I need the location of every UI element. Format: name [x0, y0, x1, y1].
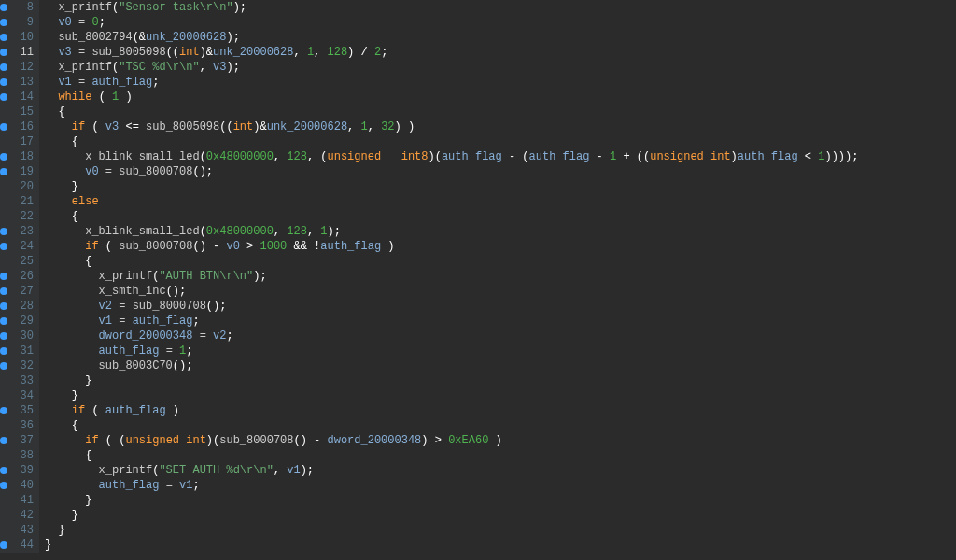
code-line[interactable]: v0 = 0;	[45, 15, 956, 30]
code-line[interactable]: auth_flag = v1;	[45, 478, 956, 493]
code-line[interactable]: x_blink_small_led(0x48000000, 128, 1);	[45, 224, 956, 239]
gutter-row[interactable]: 44	[0, 538, 39, 553]
gutter-row[interactable]: 39	[0, 463, 39, 478]
breakpoint-icon[interactable]	[0, 93, 7, 101]
gutter-row[interactable]: 30	[0, 329, 39, 343]
gutter-row[interactable]: 35	[0, 403, 39, 418]
gutter-row[interactable]: 26	[0, 269, 39, 284]
code-line[interactable]: while ( 1 )	[45, 90, 956, 105]
code-area[interactable]: x_printf("Sensor task\r\n"); v0 = 0; sub…	[39, 0, 956, 553]
breakpoint-icon[interactable]	[0, 302, 7, 310]
line-gutter[interactable]: 8910111213141516171819202122232425262728…	[0, 0, 39, 553]
breakpoint-icon[interactable]	[0, 287, 7, 295]
gutter-row[interactable]: 36	[0, 418, 39, 433]
breakpoint-icon[interactable]	[0, 467, 7, 474]
gutter-row[interactable]: 18	[0, 149, 39, 164]
code-line[interactable]: dword_20000348 = v2;	[45, 329, 956, 343]
code-line[interactable]: v3 = sub_8005098((int)&unk_20000628, 1, …	[45, 45, 956, 60]
gutter-row[interactable]: 27	[0, 284, 39, 299]
code-line[interactable]: if ( auth_flag )	[45, 403, 956, 418]
gutter-row[interactable]: 32	[0, 358, 39, 373]
code-line[interactable]: v1 = auth_flag;	[45, 314, 956, 329]
code-editor[interactable]: 8910111213141516171819202122232425262728…	[0, 0, 956, 553]
code-line[interactable]: }	[45, 388, 956, 403]
breakpoint-icon[interactable]	[0, 541, 7, 549]
gutter-row[interactable]: 24	[0, 239, 39, 254]
code-line[interactable]: }	[45, 179, 956, 194]
breakpoint-icon[interactable]	[0, 273, 7, 280]
gutter-row[interactable]: 29	[0, 314, 39, 329]
code-line[interactable]: sub_8002794(&unk_20000628);	[45, 30, 956, 45]
gutter-row[interactable]: 22	[0, 209, 39, 224]
code-line[interactable]: }	[45, 493, 956, 508]
gutter-row[interactable]: 41	[0, 493, 39, 508]
code-line[interactable]: else	[45, 194, 956, 209]
code-line[interactable]: if ( v3 <= sub_8005098((int)&unk_2000062…	[45, 119, 956, 134]
code-line[interactable]: v1 = auth_flag;	[45, 75, 956, 90]
code-line[interactable]: v2 = sub_8000708();	[45, 299, 956, 314]
gutter-row[interactable]: 40	[0, 478, 39, 493]
gutter-row[interactable]: 10	[0, 30, 39, 45]
gutter-row[interactable]: 31	[0, 343, 39, 358]
breakpoint-icon[interactable]	[0, 437, 7, 444]
gutter-row[interactable]: 14	[0, 90, 39, 105]
gutter-row[interactable]: 20	[0, 179, 39, 194]
breakpoint-icon[interactable]	[0, 63, 7, 71]
code-line[interactable]: {	[45, 134, 956, 149]
gutter-row[interactable]: 38	[0, 448, 39, 463]
code-line[interactable]: x_printf("Sensor task\r\n");	[45, 0, 956, 15]
code-line[interactable]: if ( sub_8000708() - v0 > 1000 && !auth_…	[45, 239, 956, 254]
breakpoint-icon[interactable]	[0, 34, 7, 41]
code-line[interactable]: {	[45, 105, 956, 119]
breakpoint-icon[interactable]	[0, 317, 7, 325]
code-line[interactable]: }	[45, 538, 956, 553]
gutter-row[interactable]: 17	[0, 134, 39, 149]
gutter-row[interactable]: 11	[0, 45, 39, 60]
gutter-row[interactable]: 43	[0, 523, 39, 538]
breakpoint-icon[interactable]	[0, 4, 7, 11]
gutter-row[interactable]: 25	[0, 254, 39, 269]
code-line[interactable]: {	[45, 209, 956, 224]
gutter-row[interactable]: 21	[0, 194, 39, 209]
gutter-row[interactable]: 16	[0, 119, 39, 134]
breakpoint-icon[interactable]	[0, 243, 7, 250]
gutter-row[interactable]: 8	[0, 0, 39, 15]
breakpoint-icon[interactable]	[0, 168, 7, 175]
code-line[interactable]: x_printf("TSC %d\r\n", v3);	[45, 60, 956, 75]
gutter-row[interactable]: 28	[0, 299, 39, 314]
code-line[interactable]: x_printf("SET AUTH %d\r\n", v1);	[45, 463, 956, 478]
code-line[interactable]: v0 = sub_8000708();	[45, 164, 956, 179]
code-line[interactable]: if ( (unsigned int)(sub_8000708() - dwor…	[45, 433, 956, 448]
gutter-row[interactable]: 12	[0, 60, 39, 75]
code-line[interactable]: }	[45, 508, 956, 523]
breakpoint-icon[interactable]	[0, 347, 7, 355]
code-line[interactable]: x_printf("AUTH BTN\r\n");	[45, 269, 956, 284]
gutter-row[interactable]: 23	[0, 224, 39, 239]
code-line[interactable]: {	[45, 448, 956, 463]
breakpoint-icon[interactable]	[0, 362, 7, 370]
breakpoint-icon[interactable]	[0, 332, 7, 340]
gutter-row[interactable]: 15	[0, 105, 39, 119]
breakpoint-icon[interactable]	[0, 407, 7, 414]
code-line[interactable]: auth_flag = 1;	[45, 343, 956, 358]
breakpoint-icon[interactable]	[0, 19, 7, 26]
code-line[interactable]: }	[45, 523, 956, 538]
breakpoint-icon[interactable]	[0, 78, 7, 86]
breakpoint-icon[interactable]	[0, 49, 7, 56]
breakpoint-icon[interactable]	[0, 123, 7, 131]
code-line[interactable]: }	[45, 373, 956, 388]
breakpoint-icon[interactable]	[0, 482, 7, 489]
code-line[interactable]: {	[45, 418, 956, 433]
code-line[interactable]: x_smth_inc();	[45, 284, 956, 299]
code-line[interactable]: {	[45, 254, 956, 269]
breakpoint-icon[interactable]	[0, 153, 7, 161]
gutter-row[interactable]: 37	[0, 433, 39, 448]
gutter-row[interactable]: 33	[0, 373, 39, 388]
gutter-row[interactable]: 42	[0, 508, 39, 523]
code-line[interactable]: x_blink_small_led(0x48000000, 128, (unsi…	[45, 149, 956, 164]
breakpoint-icon[interactable]	[0, 228, 7, 235]
gutter-row[interactable]: 34	[0, 388, 39, 403]
gutter-row[interactable]: 13	[0, 75, 39, 90]
gutter-row[interactable]: 19	[0, 164, 39, 179]
code-line[interactable]: sub_8003C70();	[45, 358, 956, 373]
